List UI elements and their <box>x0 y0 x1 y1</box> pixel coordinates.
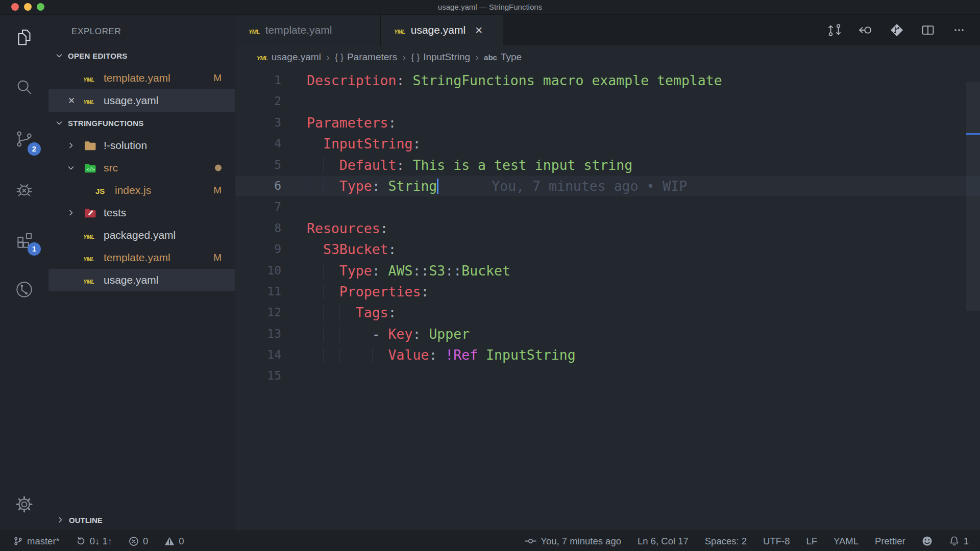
token-str: InputString <box>478 347 575 363</box>
code-line[interactable]: 2 <box>235 91 980 112</box>
line-number: 11 <box>235 281 281 302</box>
close-window-button[interactable] <box>11 3 19 11</box>
breadcrumb-Parameters[interactable]: { }Parameters <box>335 52 397 63</box>
code-line[interactable]: 12 Tags: <box>235 302 980 323</box>
open-editor-template.yaml[interactable]: YMLtemplate.yamlM <box>48 67 235 89</box>
token-ref: !Ref <box>445 347 478 363</box>
indent-guide <box>339 305 356 320</box>
object-icon: { } <box>411 52 420 63</box>
code-line[interactable]: 6 Type: StringYou, 7 minutes ago • WIP <box>235 176 980 196</box>
split-editor-button[interactable] <box>920 22 936 38</box>
code-line[interactable]: 11 Properties: <box>235 281 980 302</box>
code-line[interactable]: 9 S3Bucket: <box>235 239 980 260</box>
line-number: 5 <box>235 155 281 176</box>
status-label: 1 <box>964 536 969 547</box>
status-sync[interactable]: 0↓ 1↑ <box>76 536 112 547</box>
indent-guide <box>323 326 339 342</box>
code-line[interactable]: 14 Value: !Ref InputString <box>235 344 980 365</box>
inline-blame: You, 7 minutes ago • WIP <box>492 178 687 194</box>
tree-item-tests[interactable]: tests <box>48 202 235 224</box>
token-str: AWS <box>388 263 413 279</box>
open-changes-button[interactable] <box>827 22 842 38</box>
activity-explorer-button[interactable] <box>0 17 48 58</box>
status-blame[interactable]: You, 7 minutes ago <box>525 536 621 547</box>
activity-run-debug-button[interactable] <box>0 168 48 209</box>
tree-item-packaged.yaml[interactable]: YMLpackaged.yaml <box>48 224 235 246</box>
breadcrumb-Type[interactable]: abcType <box>484 52 522 63</box>
activity-gitlens-button[interactable] <box>0 269 48 310</box>
token-str: Bucket <box>461 263 510 279</box>
status-cursor-position[interactable]: Ln 6, Col 17 <box>638 536 689 547</box>
token-punc: : <box>421 284 429 299</box>
git-graph-button[interactable] <box>889 22 904 38</box>
status-warnings[interactable]: 0 <box>164 536 184 547</box>
code-line[interactable]: 15 <box>235 365 980 386</box>
status-label: master* <box>27 536 60 547</box>
status-notifications[interactable]: 1 <box>949 536 969 547</box>
indent-guide <box>307 347 323 363</box>
breadcrumb-InputString[interactable]: { }InputString <box>411 52 470 63</box>
editor-scrollbar[interactable] <box>966 69 980 531</box>
token-key: Default <box>339 157 397 173</box>
open-editors-header[interactable]: OPEN EDITORS <box>48 44 235 67</box>
close-tab-icon[interactable]: ✕ <box>475 24 483 36</box>
error-icon <box>129 536 139 546</box>
status-branch[interactable]: master* <box>13 536 60 547</box>
code-text: Default: This is a test input string <box>281 155 632 176</box>
activity-extensions-button[interactable]: 1 <box>0 218 48 259</box>
code-line[interactable]: 13 - Key: Upper <box>235 323 980 344</box>
status-errors[interactable]: 0 <box>129 536 148 547</box>
status-eol[interactable]: LF <box>806 536 817 547</box>
status-formatter[interactable]: Prettier <box>875 536 905 547</box>
status-label: 0 <box>143 536 148 547</box>
tree-item-src[interactable]: </>src <box>48 157 235 179</box>
status-language[interactable]: YAML <box>834 536 859 547</box>
status-encoding[interactable]: UTF-8 <box>763 536 790 547</box>
breadcrumb-usage.yaml[interactable]: YMLusage.yaml <box>257 52 321 63</box>
overview-cursor-marker <box>966 133 980 135</box>
code-text: Type: AWS::S3::Bucket <box>281 260 510 281</box>
code-line[interactable]: 3Parameters: <box>235 112 980 133</box>
tree-item-!-solution[interactable]: !-solution <box>48 134 235 157</box>
more-actions-button[interactable] <box>951 22 967 38</box>
close-editor-icon[interactable]: ✕ <box>68 95 75 106</box>
tree-item-template.yaml[interactable]: YMLtemplate.yamlM <box>48 246 235 269</box>
activity-search-button[interactable] <box>0 67 48 108</box>
token-str: Upper <box>429 326 470 342</box>
code-line[interactable]: 5 Default: This is a test input string <box>235 155 980 176</box>
tab-template.yaml[interactable]: YMLtemplate.yaml <box>235 15 381 45</box>
line-number: 6 <box>235 176 281 196</box>
tests-folder-icon <box>83 206 97 220</box>
minimize-window-button[interactable] <box>24 3 32 11</box>
activity-settings-button[interactable] <box>0 484 48 524</box>
project-header[interactable]: STRINGFUNCTIONS <box>48 112 235 134</box>
activity-source-control-button[interactable]: 2 <box>0 118 48 159</box>
activity-bar: 21 <box>0 15 48 531</box>
status-indentation[interactable]: Spaces: 2 <box>705 536 747 547</box>
code-line[interactable]: 10 Type: AWS::S3::Bucket <box>235 260 980 281</box>
zoom-window-button[interactable] <box>37 3 44 11</box>
toggle-blame-button[interactable] <box>858 22 873 38</box>
code-line[interactable]: 8Resources: <box>235 218 980 239</box>
code-line[interactable]: 7 <box>235 196 980 217</box>
editor-actions <box>827 15 980 45</box>
status-feedback[interactable] <box>922 536 933 546</box>
code-editor[interactable]: 1Description: StringFunctions macro exam… <box>235 69 980 531</box>
tree-item-usage.yaml[interactable]: YMLusage.yaml <box>48 269 235 291</box>
line-number: 9 <box>235 239 281 260</box>
scrollbar-thumb[interactable] <box>966 82 980 311</box>
yaml-icon: YML <box>83 252 94 264</box>
tree-item-index.js[interactable]: JSindex.jsM <box>48 179 235 202</box>
code-line[interactable]: 1Description: StringFunctions macro exam… <box>235 70 980 91</box>
tab-usage.yaml[interactable]: YMLusage.yaml✕ <box>381 15 503 45</box>
tab-strip: YMLtemplate.yamlYMLusage.yaml✕ <box>235 15 980 45</box>
modified-badge: M <box>213 252 222 263</box>
yaml-icon: YML <box>83 274 94 286</box>
code-line[interactable]: 4 InputString: <box>235 133 980 154</box>
status-label: Prettier <box>875 536 905 547</box>
open-editor-usage.yaml[interactable]: ✕YMLusage.yaml <box>48 89 235 112</box>
yaml-icon: YML <box>83 94 94 107</box>
js-icon: JS <box>95 184 105 196</box>
outline-header[interactable]: OUTLINE <box>48 509 235 531</box>
code-text <box>281 91 307 112</box>
